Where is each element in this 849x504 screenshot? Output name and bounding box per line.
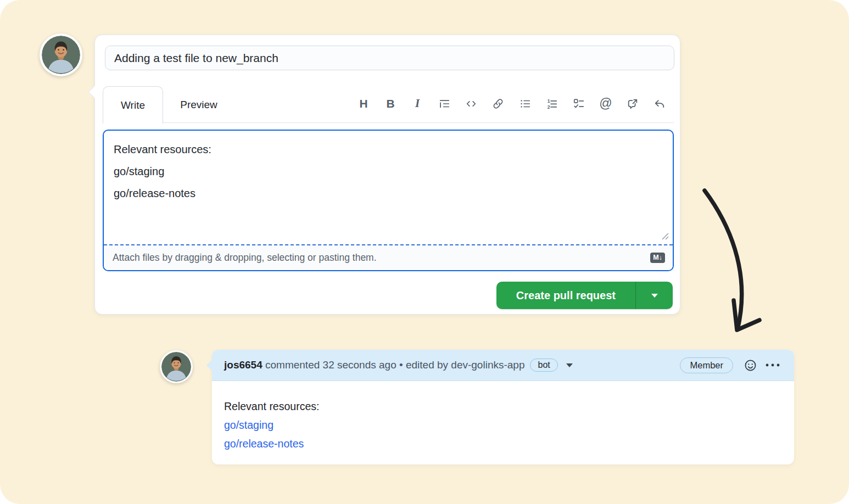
pr-composer-card: Write Preview H B I 12 — [94, 35, 680, 315]
heading-icon[interactable]: H — [357, 97, 370, 110]
pr-body-editor: Relevant resources: go/staging go/releas… — [103, 130, 674, 271]
create-pull-request-button[interactable]: Create pull request — [496, 282, 635, 309]
hand-drawn-arrow — [693, 182, 773, 344]
task-list-icon[interactable] — [572, 97, 585, 110]
person-avatar-icon — [42, 36, 80, 74]
kebab-menu-icon[interactable] — [765, 363, 780, 367]
golink-staging[interactable]: go/staging — [224, 416, 781, 434]
create-pull-request-split-button: Create pull request — [496, 282, 673, 309]
person-avatar-icon — [161, 352, 191, 382]
comment-speech-pointer — [206, 360, 218, 371]
code-icon[interactable] — [465, 97, 478, 110]
link-icon[interactable] — [491, 97, 505, 110]
author-avatar — [40, 33, 82, 76]
dot-separator: • — [399, 359, 403, 371]
resize-grip-icon[interactable] — [661, 232, 669, 243]
pr-title-input[interactable] — [105, 46, 674, 70]
body-line-3: go/release-notes — [114, 182, 663, 204]
comment-meta: jos6654 commented 32 seconds ago • edite… — [224, 359, 524, 371]
composer-speech-pointer — [88, 85, 101, 98]
comment-header: jos6654 commented 32 seconds ago • edite… — [212, 350, 794, 381]
add-reaction-smiley-icon[interactable] — [744, 359, 757, 372]
chevron-down-icon — [651, 294, 658, 298]
attach-files-bar[interactable]: Attach files by dragging & dropping, sel… — [104, 244, 673, 270]
comment-intro-text: Relevant resources: — [224, 397, 781, 416]
reply-icon[interactable] — [653, 97, 666, 110]
member-badge: Member — [680, 357, 733, 373]
body-line-1: Relevant resources: — [114, 138, 663, 160]
tab-preview[interactable]: Preview — [163, 86, 234, 123]
unordered-list-icon[interactable] — [518, 97, 532, 110]
quote-icon[interactable] — [438, 97, 451, 110]
golink-release-notes[interactable]: go/release-notes — [224, 434, 781, 453]
mention-icon[interactable]: @ — [599, 97, 612, 110]
italic-icon[interactable]: I — [411, 97, 424, 110]
screenshot-canvas: Write Preview H B I 12 — [0, 0, 849, 504]
comment-body: Relevant resources: go/staging go/releas… — [212, 381, 794, 453]
bold-icon[interactable]: B — [384, 97, 397, 110]
comment-author[interactable]: jos6654 — [224, 359, 262, 371]
edited-by-text: edited by dev-golinks-app — [406, 359, 525, 371]
edit-history-caret-icon[interactable] — [566, 363, 573, 367]
markdown-supported-icon[interactable]: M↓ — [650, 253, 665, 263]
pr-body-textarea[interactable]: Relevant resources: go/staging go/releas… — [104, 131, 673, 245]
svg-text:1: 1 — [548, 98, 550, 104]
ordered-list-icon[interactable]: 12 — [545, 97, 558, 110]
comment-action-text: commented 32 seconds ago — [265, 359, 396, 371]
body-line-2: go/staging — [114, 160, 663, 182]
attach-hint-text: Attach files by dragging & dropping, sel… — [113, 252, 377, 264]
markdown-toolbar: H B I 12 — [357, 86, 666, 123]
commenter-avatar — [160, 350, 193, 383]
bot-badge: bot — [530, 359, 557, 372]
create-options-dropdown-button[interactable] — [635, 282, 673, 309]
editor-tab-bar: Write Preview H B I 12 — [103, 86, 674, 123]
cross-reference-icon[interactable] — [626, 97, 639, 110]
svg-text:2: 2 — [548, 104, 550, 110]
tab-write[interactable]: Write — [103, 86, 163, 124]
comment-card: jos6654 commented 32 seconds ago • edite… — [212, 350, 794, 464]
